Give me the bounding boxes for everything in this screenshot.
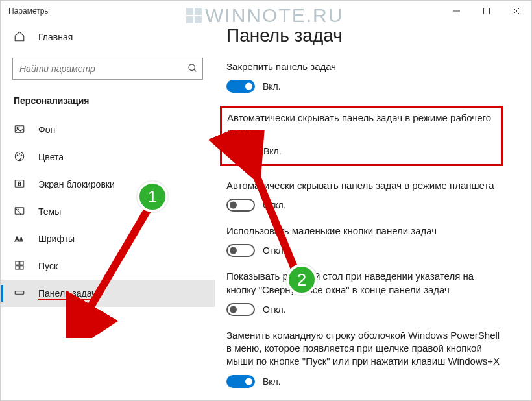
themes-icon: [14, 205, 25, 219]
svg-point-7: [17, 127, 18, 128]
svg-rect-18: [20, 261, 23, 265]
setting-3: Использовать маленькие кнопки панели зад…: [226, 225, 503, 257]
fonts-icon: AA: [14, 232, 25, 246]
lock-screen-icon: [14, 178, 25, 191]
svg-rect-6: [15, 125, 24, 132]
setting-1: Автоматически скрывать панель задач в ре…: [220, 106, 503, 166]
svg-rect-20: [20, 265, 23, 269]
svg-point-11: [21, 154, 22, 156]
svg-rect-21: [15, 291, 24, 294]
setting-0: Закрепить панель задач Вкл.: [226, 60, 503, 93]
svg-point-10: [19, 153, 20, 154]
maximize-button[interactable]: [472, 1, 502, 21]
toggle-state-label: Откл.: [263, 200, 286, 210]
sidebar-item-start[interactable]: Пуск: [1, 252, 215, 280]
sidebar-item-picture[interactable]: Фон: [1, 116, 215, 143]
main-content: Панель задач Закрепить панель задач Вкл.…: [215, 21, 531, 400]
sidebar-item-label: Панель задач: [38, 288, 96, 298]
toggle-switch[interactable]: [226, 199, 255, 212]
toggle-switch[interactable]: [226, 303, 255, 316]
sidebar-item-fonts[interactable]: AAШрифты: [1, 225, 215, 252]
svg-rect-13: [19, 183, 21, 186]
sidebar-item-label: Пуск: [38, 261, 58, 271]
setting-5: Заменить командную строку оболочкой Wind…: [226, 329, 503, 388]
sidebar-item-label: Темы: [38, 206, 61, 217]
home-link[interactable]: Главная: [1, 24, 215, 50]
search-icon: [187, 63, 198, 75]
page-title: Панель задач: [226, 25, 503, 46]
svg-text:A: A: [19, 236, 23, 242]
svg-rect-1: [484, 8, 490, 14]
toggle-state-label: Откл.: [263, 245, 286, 256]
palette-icon: [14, 151, 25, 164]
setting-label: Автоматически скрывать панель задач в ре…: [227, 112, 496, 138]
taskbar-icon: [14, 287, 25, 300]
window-controls: [442, 1, 531, 21]
section-heading: Персонализация: [1, 91, 215, 116]
toggle-state-label: Вкл.: [263, 146, 282, 156]
setting-label: Закрепить панель задач: [226, 60, 503, 73]
sidebar-item-label: Шрифты: [38, 234, 75, 244]
picture-icon: [14, 123, 25, 137]
sidebar-item-label: Фон: [38, 125, 55, 135]
window-title: Параметры: [8, 6, 50, 16]
home-label: Главная: [38, 32, 73, 42]
setting-4: Показывать рабочий стол при наведении ук…: [226, 270, 503, 316]
toggle-switch[interactable]: [226, 80, 255, 93]
setting-label: Использовать маленькие кнопки панели зад…: [226, 225, 503, 237]
setting-2: Автоматически скрывать панель задач в ре…: [226, 179, 503, 212]
sidebar-item-taskbar[interactable]: Панель задач: [1, 280, 215, 307]
home-icon: [14, 30, 25, 44]
toggle-switch[interactable]: [227, 145, 256, 158]
svg-point-9: [17, 154, 18, 156]
svg-rect-12: [15, 180, 24, 187]
setting-label: Автоматически скрывать панель задач в ре…: [226, 179, 503, 192]
sidebar-item-label: Экран блокировки: [38, 179, 115, 189]
svg-point-4: [189, 64, 195, 70]
search-input[interactable]: [12, 58, 203, 80]
sidebar-item-themes[interactable]: Темы: [1, 198, 215, 225]
sidebar-item-palette[interactable]: Цвета: [1, 143, 215, 171]
sidebar: Главная Персонализация ФонЦветаЭкран бло…: [1, 21, 215, 400]
toggle-state-label: Откл.: [263, 304, 286, 315]
minimize-button[interactable]: [442, 1, 472, 21]
close-button[interactable]: [502, 1, 531, 21]
svg-line-5: [194, 69, 196, 71]
svg-rect-17: [16, 261, 19, 265]
toggle-switch[interactable]: [226, 244, 255, 257]
search-field[interactable]: [12, 58, 203, 80]
svg-rect-19: [16, 265, 19, 269]
sidebar-item-lock-screen[interactable]: Экран блокировки: [1, 171, 215, 198]
toggle-switch[interactable]: [226, 375, 255, 388]
start-icon: [14, 260, 25, 273]
toggle-state-label: Вкл.: [263, 81, 281, 91]
toggle-state-label: Вкл.: [263, 376, 281, 387]
sidebar-item-label: Цвета: [38, 152, 64, 162]
setting-label: Показывать рабочий стол при наведении ук…: [226, 270, 503, 297]
setting-label: Заменить командную строку оболочкой Wind…: [226, 329, 503, 369]
titlebar: Параметры: [1, 1, 531, 21]
